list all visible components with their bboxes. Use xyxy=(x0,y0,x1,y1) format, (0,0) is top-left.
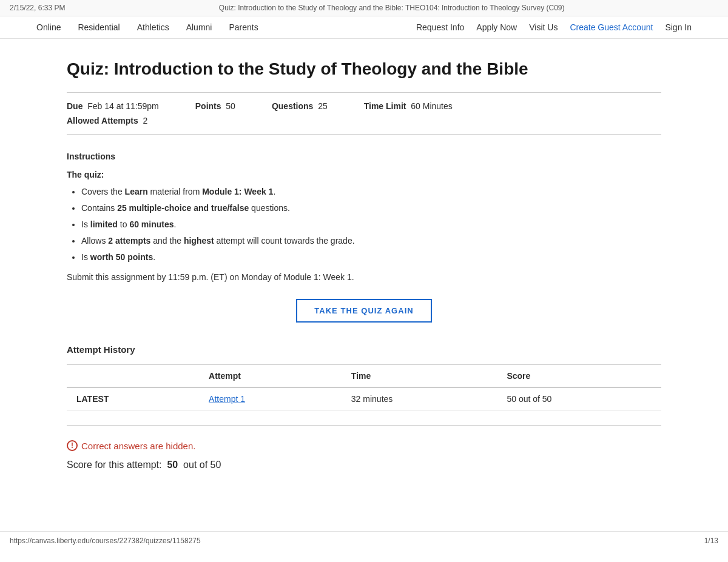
questions-info: Questions 25 xyxy=(272,101,328,111)
correct-answers-message: Correct answers are hidden. xyxy=(81,441,195,451)
row-time: 32 minutes xyxy=(342,387,497,410)
col-header-empty xyxy=(67,365,199,388)
row-label: LATEST xyxy=(67,387,199,410)
allowed-attempts-value: 2 xyxy=(143,116,148,125)
points-value: 50 xyxy=(226,101,235,111)
score-bold: 50 xyxy=(167,460,178,470)
quiz-info-row-2: Allowed Attempts 2 xyxy=(67,116,661,125)
nav-apply-now[interactable]: Apply Now xyxy=(476,22,517,32)
table-row: LATEST Attempt 1 32 minutes 50 out of 50 xyxy=(67,387,661,410)
attempt-history-heading: Attempt History xyxy=(67,344,661,355)
attempt-history-section: Attempt History Attempt Time Score LATES… xyxy=(67,344,661,410)
row-attempt: Attempt 1 xyxy=(199,387,342,410)
quiz-label: The quiz: xyxy=(67,170,661,179)
nav-links-right: Request Info Apply Now Visit Us Create G… xyxy=(416,22,692,32)
nav-online[interactable]: Online xyxy=(36,22,61,32)
attempt-link[interactable]: Attempt 1 xyxy=(209,394,245,404)
list-item: Covers the Learn material from Module 1:… xyxy=(81,186,661,198)
allowed-attempts-info: Allowed Attempts 2 xyxy=(67,116,147,125)
list-item: Allows 2 attempts and the highest attemp… xyxy=(81,235,661,247)
score-suffix: out of 50 xyxy=(183,460,221,470)
col-header-score: Score xyxy=(497,365,661,388)
submit-note: Submit this assignment by 11:59 p.m. (ET… xyxy=(67,272,661,282)
list-item: Is limited to 60 minutes. xyxy=(81,218,661,231)
nav-visit-us[interactable]: Visit Us xyxy=(529,22,558,32)
table-header-row: Attempt Time Score xyxy=(67,365,661,388)
section-divider xyxy=(67,425,661,426)
footer-url: https://canvas.liberty.edu/courses/22738… xyxy=(10,537,201,545)
list-item: Contains 25 multiple-choice and true/fal… xyxy=(81,202,661,215)
page-title: Quiz: Introduction to the Study of Theol… xyxy=(67,58,661,80)
time-limit-value: 60 Minutes xyxy=(411,101,452,111)
browser-tab-title: Quiz: Introduction to the Study of Theol… xyxy=(219,4,565,12)
attempt-table: Attempt Time Score LATEST Attempt 1 32 m… xyxy=(67,364,661,410)
main-content: Quiz: Introduction to the Study of Theol… xyxy=(30,39,698,507)
nav-parents[interactable]: Parents xyxy=(229,22,258,32)
list-item: Is worth 50 points. xyxy=(81,251,661,264)
quiz-info-bar: Due Feb 14 at 11:59pm Points 50 Question… xyxy=(67,92,661,135)
browser-timestamp: 2/15/22, 6:33 PM xyxy=(10,4,65,12)
nav-residential[interactable]: Residential xyxy=(78,22,120,32)
score-prefix: Score for this attempt: xyxy=(67,460,162,470)
time-limit-label: Time Limit xyxy=(364,101,406,111)
instructions-heading: Instructions xyxy=(67,152,661,161)
row-score: 50 out of 50 xyxy=(497,387,661,410)
correct-answers-hidden: ! Correct answers are hidden. xyxy=(67,440,661,451)
footer-bar: https://canvas.liberty.edu/courses/22738… xyxy=(0,531,728,550)
allowed-attempts-label: Allowed Attempts xyxy=(67,116,138,125)
questions-label: Questions xyxy=(272,101,313,111)
instructions-section: Instructions The quiz: Covers the Learn … xyxy=(67,152,661,282)
nav-create-guest-account[interactable]: Create Guest Account xyxy=(570,22,653,32)
due-value: Feb 14 at 11:59pm xyxy=(87,101,159,111)
take-quiz-button[interactable]: TAKE THE QUIZ AGAIN xyxy=(296,299,431,323)
navigation: Online Residential Athletics Alumni Pare… xyxy=(0,16,728,39)
browser-bar: 2/15/22, 6:33 PM Quiz: Introduction to t… xyxy=(0,0,728,16)
take-quiz-container: TAKE THE QUIZ AGAIN xyxy=(67,299,661,323)
nav-athletics[interactable]: Athletics xyxy=(137,22,169,32)
col-header-time: Time xyxy=(342,365,497,388)
footer-page-number: 1/13 xyxy=(704,537,718,545)
nav-alumni[interactable]: Alumni xyxy=(186,22,212,32)
due-label: Due xyxy=(67,101,83,111)
time-limit-info: Time Limit 60 Minutes xyxy=(364,101,453,111)
warning-icon: ! xyxy=(67,440,78,451)
quiz-info-row-1: Due Feb 14 at 11:59pm Points 50 Question… xyxy=(67,101,661,111)
nav-sign-in[interactable]: Sign In xyxy=(665,22,692,32)
nav-links-left: Online Residential Athletics Alumni Pare… xyxy=(36,22,399,32)
nav-request-info[interactable]: Request Info xyxy=(416,22,464,32)
points-label: Points xyxy=(195,101,221,111)
bullet-list: Covers the Learn material from Module 1:… xyxy=(67,186,661,264)
due-info: Due Feb 14 at 11:59pm xyxy=(67,101,159,111)
score-line: Score for this attempt: 50 out of 50 xyxy=(67,460,661,470)
col-header-attempt: Attempt xyxy=(199,365,342,388)
questions-value: 25 xyxy=(318,101,328,111)
points-info: Points 50 xyxy=(195,101,235,111)
